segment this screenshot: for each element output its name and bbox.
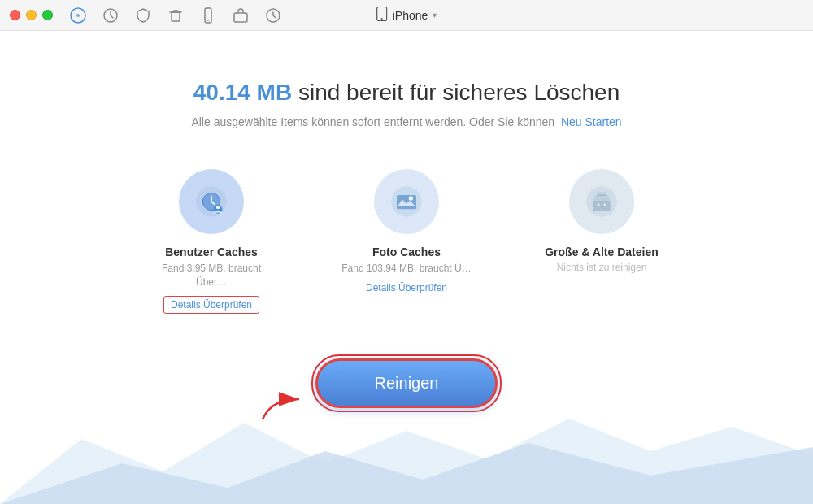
benutzer-caches-desc: Fand 3.95 MB, braucht Über… (146, 262, 276, 289)
svg-rect-2 (172, 12, 180, 21)
benutzer-caches-details-link[interactable]: Details Überprüfen (163, 296, 259, 314)
subtitle-text: Alle ausgewählte Items können sofort ent… (191, 115, 554, 128)
trash-icon[interactable] (167, 7, 185, 24)
reinigen-wrap: Reinigen (311, 354, 502, 412)
svg-point-13 (216, 206, 220, 209)
svg-point-19 (597, 203, 599, 206)
svg-point-8 (381, 18, 383, 20)
subtitle: Alle ausgewählte Items können sofort ent… (191, 115, 621, 128)
benutzer-caches-icon-wrap (179, 169, 244, 234)
benutzer-caches-icon (195, 185, 228, 218)
shield-icon[interactable] (134, 7, 152, 24)
categories-container: Benutzer Caches Fand 3.95 MB, braucht Üb… (146, 169, 667, 314)
grosse-alte-nothing: Nichts ist zu reinigen (557, 262, 647, 273)
traffic-lights (10, 10, 53, 20)
device-title[interactable]: iPhone ▾ (376, 7, 437, 24)
close-button[interactable] (10, 10, 20, 20)
maximize-button[interactable] (42, 10, 53, 20)
svg-point-4 (207, 20, 209, 21)
briefcase-icon[interactable] (232, 7, 250, 24)
foto-caches-desc: Fand 103.94 MB, braucht Ü… (341, 262, 471, 276)
device-phone-icon (376, 7, 388, 24)
history-icon[interactable] (102, 7, 120, 24)
svg-point-20 (603, 203, 606, 206)
svg-rect-15 (397, 195, 416, 209)
svg-point-16 (409, 196, 413, 200)
main-content: 40.14 MB sind bereit für sicheres Lösche… (0, 31, 813, 504)
reinigen-button[interactable]: Reinigen (315, 358, 498, 408)
grosse-alte-icon (585, 185, 618, 218)
foto-caches-icon (390, 185, 423, 218)
reinigen-highlight-box: Reinigen (311, 354, 502, 412)
phone-icon[interactable] (199, 7, 217, 24)
category-benutzer-caches: Benutzer Caches Fand 3.95 MB, braucht Üb… (146, 169, 276, 314)
svg-rect-18 (593, 201, 610, 211)
background-mountains (0, 406, 813, 504)
category-foto-caches: Foto Caches Fand 103.94 MB, braucht Ü… D… (341, 169, 472, 293)
foto-caches-icon-wrap (374, 169, 439, 234)
headline-size: 40.14 MB (193, 80, 292, 105)
foto-caches-name: Foto Caches (372, 245, 441, 259)
category-grosse-alte: Große & Alte Dateien Nichts ist zu reini… (537, 169, 667, 273)
neu-starten-link[interactable]: Neu Starten (561, 115, 622, 128)
headline: 40.14 MB sind bereit für sicheres Lösche… (193, 80, 620, 106)
clock-icon[interactable] (264, 7, 282, 24)
cleaner-icon[interactable] (69, 7, 87, 24)
foto-caches-details-link[interactable]: Details Überprüfen (366, 282, 447, 293)
grosse-alte-icon-wrap (569, 169, 634, 234)
chevron-down-icon: ▾ (433, 11, 437, 20)
titlebar: iPhone ▾ (0, 0, 813, 31)
benutzer-caches-name: Benutzer Caches (165, 245, 258, 259)
toolbar (69, 7, 282, 24)
minimize-button[interactable] (26, 10, 37, 20)
svg-rect-5 (234, 13, 247, 22)
headline-suffix: sind bereit für sicheres Löschen (298, 80, 620, 105)
grosse-alte-name: Große & Alte Dateien (545, 245, 659, 259)
device-name-label: iPhone (393, 9, 428, 22)
